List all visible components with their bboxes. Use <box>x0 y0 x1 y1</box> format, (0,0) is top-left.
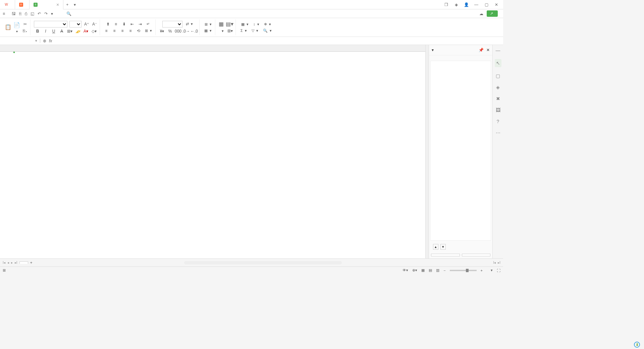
indent-inc-icon[interactable]: ⇥ <box>137 21 143 27</box>
align-top-icon[interactable]: ⬆ <box>105 21 111 27</box>
move-down-icon[interactable]: ▾ <box>440 244 446 250</box>
maximize-icon[interactable]: ▢ <box>484 2 489 7</box>
view-normal-icon[interactable]: ▦ <box>421 268 425 272</box>
redo-icon[interactable]: ↷ <box>44 11 48 16</box>
pin-icon[interactable]: 📌 <box>479 48 484 52</box>
freeze-button[interactable]: ❄▾ <box>263 21 272 27</box>
close-window-icon[interactable]: ✕ <box>494 2 499 7</box>
sheet-first-icon[interactable]: I◂ <box>3 261 5 264</box>
cloud-icon[interactable]: ☁ <box>479 11 483 16</box>
user-icon[interactable]: 👤 <box>464 2 469 7</box>
fx-icon[interactable]: fx <box>49 39 52 43</box>
increase-font-icon[interactable]: A⁺ <box>84 21 90 27</box>
fullscreen-icon[interactable]: ⛶ <box>497 268 500 272</box>
decrease-font-icon[interactable]: A⁻ <box>92 21 98 27</box>
clear-format-icon[interactable]: ◇▾ <box>91 28 97 34</box>
align-justify-icon[interactable]: ≡ <box>127 28 133 34</box>
find-button[interactable]: 🔍▾ <box>262 28 273 34</box>
tab-menu-icon[interactable]: ▾ <box>71 2 78 7</box>
fill-color-icon[interactable]: ◢▾ <box>75 28 81 34</box>
rowcol-button[interactable]: ⊞▾ <box>203 21 213 27</box>
zoom-dropdown-icon[interactable]: ▾ <box>491 268 493 272</box>
sheet-tab[interactable] <box>19 261 28 264</box>
name-box[interactable]: ▾ <box>0 39 40 43</box>
align-right-icon[interactable]: ≡ <box>119 28 125 34</box>
show-all-button[interactable] <box>431 254 460 256</box>
format-painter-button[interactable]: 📋 <box>5 24 11 31</box>
hscrollbar[interactable] <box>184 261 342 264</box>
sheet-next-icon[interactable]: ▸ <box>11 261 13 264</box>
zoom-slider[interactable] <box>450 270 477 271</box>
scroll-right-icon[interactable]: ▸I <box>498 261 500 264</box>
align-middle-icon[interactable]: ≡ <box>113 21 119 27</box>
sum-button[interactable]: Σ▾ <box>239 28 248 34</box>
sort-button[interactable]: ↕▾ <box>252 21 261 27</box>
sheet-last-icon[interactable]: ▸I <box>15 261 17 264</box>
merge-button[interactable]: ⊞▾ <box>144 28 153 34</box>
border-icon[interactable]: ⊞▾ <box>67 28 73 34</box>
collapse-icon[interactable]: — <box>496 48 500 53</box>
font-color-icon[interactable]: A▾ <box>83 28 89 34</box>
strike-icon[interactable]: A̶ <box>59 28 65 34</box>
print-icon[interactable]: ⎙ <box>25 11 27 16</box>
size-select[interactable] <box>69 21 82 28</box>
dec-inc-icon[interactable]: .0→ <box>183 28 189 34</box>
tab-template[interactable]: D <box>15 0 30 9</box>
cancel-icon[interactable]: ⊕ <box>43 39 46 43</box>
zoom-in-icon[interactable]: + <box>481 268 483 272</box>
bold-icon[interactable]: B <box>35 28 41 34</box>
menu-icon[interactable]: ≡ <box>3 11 5 16</box>
save-icon[interactable]: 🖫 <box>12 11 16 16</box>
percent-icon[interactable]: % <box>167 28 173 34</box>
preview-icon[interactable]: ◱ <box>31 11 34 16</box>
view-break-icon[interactable]: ▥ <box>436 268 439 272</box>
view-page-icon[interactable]: ▤ <box>429 268 432 272</box>
number-format-select[interactable] <box>162 21 182 28</box>
cell-style-button[interactable]: ▤▾ <box>226 21 233 27</box>
select-icon[interactable]: ↖ <box>495 59 501 67</box>
paste-button[interactable]: 📄▾ <box>13 22 20 33</box>
cut-icon[interactable]: ✂ <box>22 21 28 27</box>
comma-icon[interactable]: 000 <box>175 28 181 34</box>
move-up-icon[interactable]: ▴ <box>433 244 438 250</box>
add-tab-button[interactable]: + <box>63 2 71 7</box>
status-mode-icon[interactable]: ⊞ <box>3 268 6 272</box>
more-side-icon[interactable]: ⋯ <box>496 130 500 136</box>
eye-icon[interactable]: 👁▾ <box>402 268 408 272</box>
focus-icon[interactable]: ⊕▾ <box>412 268 417 272</box>
zoom-out-icon[interactable]: − <box>443 268 445 272</box>
orientation-icon[interactable]: ⟲ <box>136 28 142 34</box>
tab-workbook[interactable]: S × <box>30 0 63 9</box>
share-button[interactable]: ↗ <box>487 10 498 17</box>
cond-format-button[interactable]: ▾ <box>219 28 225 34</box>
align-bottom-icon[interactable]: ⬇ <box>121 21 127 27</box>
hide-all-button[interactable] <box>462 254 491 256</box>
align-center-icon[interactable]: ≡ <box>111 28 117 34</box>
table-style-button[interactable]: ▦ <box>219 21 224 27</box>
image-side-icon[interactable]: 🖼 <box>496 107 500 113</box>
format-table-icon[interactable]: ⊞▾ <box>227 28 233 34</box>
sheet-side-icon[interactable]: ▢ <box>496 73 500 79</box>
indent-dec-icon[interactable]: ⇤ <box>129 21 135 27</box>
tab-wps[interactable]: W <box>0 0 15 9</box>
dec-dec-icon[interactable]: ←.0 <box>191 28 197 34</box>
wrap-button[interactable]: ↵ <box>145 21 152 27</box>
export-icon[interactable]: ⎘ <box>19 11 21 16</box>
close-icon[interactable]: × <box>56 2 59 7</box>
font-select[interactable] <box>34 21 67 28</box>
copy-icon[interactable]: ⎘▾ <box>22 28 28 34</box>
scroll-left-icon[interactable]: I◂ <box>493 261 496 264</box>
minimize-icon[interactable]: — <box>474 2 479 7</box>
transpose-button[interactable]: ⇄▾ <box>184 21 194 27</box>
qat-dropdown-icon[interactable]: ▾ <box>51 11 53 16</box>
underline-icon[interactable]: U <box>51 28 57 34</box>
close-panel-icon[interactable]: ✕ <box>486 48 490 52</box>
style-side-icon[interactable]: ◈ <box>496 85 500 90</box>
currency-icon[interactable]: ¥▾ <box>159 28 165 34</box>
undo-icon[interactable]: ↶ <box>38 11 41 16</box>
align-left-icon[interactable]: ≡ <box>103 28 109 34</box>
fill-button[interactable]: ▦▾ <box>240 21 250 27</box>
filter-button[interactable]: ▽▾ <box>250 28 260 34</box>
search-icon[interactable]: 🔍 <box>66 11 71 16</box>
cube-icon[interactable]: ◈ <box>453 2 459 7</box>
